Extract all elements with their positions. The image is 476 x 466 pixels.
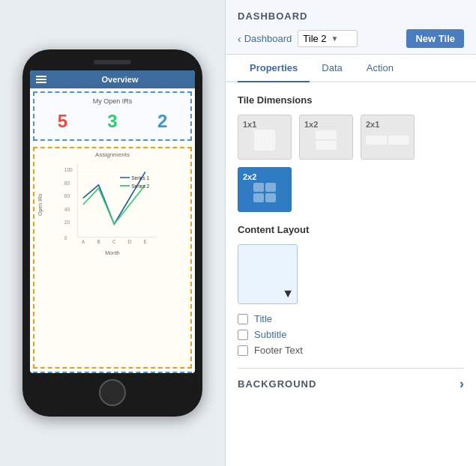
svg-text:40: 40 (64, 207, 70, 212)
dim-cell (265, 183, 276, 192)
dim-preview-1x2 (316, 130, 337, 150)
chart-title: Assignments (37, 151, 187, 158)
dim-label-2x1: 2x1 (366, 120, 379, 129)
checkbox-footer-input[interactable] (238, 345, 248, 356)
chart-svg: 0 20 40 60 80 100 (44, 160, 187, 249)
phone-home-button (99, 379, 126, 406)
dim-row (253, 183, 276, 192)
dashboard-nav: ‹ Dashboard Tile 2 ▼ New Tile (238, 29, 464, 48)
dim-row (253, 193, 276, 202)
phone-screen: Overview My Open IRs 5 3 2 Assignments O… (30, 70, 195, 373)
tile-bottom-border (33, 372, 192, 373)
dim-cell (366, 136, 387, 145)
svg-text:20: 20 (64, 220, 70, 225)
dim-cell (316, 130, 337, 139)
panel-content: Tile Dimensions 1x1 1x2 (226, 82, 476, 466)
dim-option-2x2[interactable]: 2x2 (238, 167, 292, 212)
phone-speaker (94, 60, 131, 64)
screen-title: Overview (51, 75, 189, 84)
checkbox-subtitle-input[interactable] (238, 330, 248, 340)
back-chevron-icon: ‹ (238, 33, 241, 45)
svg-text:D: D (128, 239, 132, 244)
number-red: 5 (58, 111, 67, 132)
svg-text:C: C (112, 239, 116, 244)
background-section[interactable]: BACKGROUND › (238, 368, 464, 392)
chart-x-axis-label: Month (37, 250, 187, 255)
dim-cell (316, 141, 337, 150)
tile-header: My Open IRs (37, 97, 187, 105)
chart-content: 0 20 40 60 80 100 (44, 160, 187, 249)
background-chevron-icon: › (460, 376, 464, 392)
hamburger-icon (36, 76, 46, 83)
content-layout-section: Content Layout ▼ Title Subtitle Footer T… (238, 224, 464, 356)
background-title: BACKGROUND (238, 378, 316, 390)
dim-preview-1x1 (254, 130, 275, 151)
numbers-tile: My Open IRs 5 3 2 (33, 91, 192, 141)
dimension-grid: 1x1 1x2 2x1 (238, 115, 464, 212)
tile-selector-value: Tile 2 (303, 33, 326, 44)
number-green: 3 (107, 111, 117, 132)
checkbox-subtitle-label: Subtitle (254, 329, 286, 340)
screen-header: Overview (30, 70, 195, 88)
dim-label-1x1: 1x1 (243, 120, 256, 129)
svg-text:E: E (144, 239, 148, 244)
dim-option-1x2[interactable]: 1x2 (299, 115, 353, 160)
phone-mockup: Overview My Open IRs 5 3 2 Assignments O… (22, 49, 202, 417)
layout-dropdown-arrow-icon: ▼ (282, 287, 294, 300)
back-button[interactable]: ‹ Dashboard (238, 33, 292, 45)
checkbox-footer-label: Footer Text (254, 345, 303, 356)
checkbox-footer[interactable]: Footer Text (238, 345, 464, 356)
layout-dropdown[interactable]: ▼ (238, 244, 298, 304)
checkbox-subtitle[interactable]: Subtitle (238, 329, 464, 340)
tile-selector[interactable]: Tile 2 ▼ (298, 30, 358, 47)
tab-action[interactable]: Action (355, 55, 406, 82)
dim-option-1x1[interactable]: 1x1 (238, 115, 292, 160)
dim-cell (265, 193, 276, 202)
tab-properties[interactable]: Properties (238, 55, 310, 82)
chart-area: Open IRs 0 20 40 (37, 160, 187, 249)
selector-arrow-icon: ▼ (331, 34, 339, 43)
chart-y-label: Open IRs (37, 160, 43, 249)
tile-dimensions-title: Tile Dimensions (238, 94, 464, 106)
phone-panel: Overview My Open IRs 5 3 2 Assignments O… (0, 0, 225, 466)
checkbox-title-input[interactable] (238, 314, 248, 324)
dim-preview-2x2 (253, 183, 276, 202)
dim-cells-1x2 (316, 130, 337, 150)
chart-tile: Assignments Open IRs 0 20 (33, 147, 192, 369)
dashboard-title: DASHBOARD (238, 10, 464, 22)
svg-text:Series 1: Series 1 (131, 175, 149, 181)
dim-cell (253, 193, 264, 202)
content-layout-title: Content Layout (238, 224, 464, 235)
dashboard-panel: DASHBOARD ‹ Dashboard Tile 2 ▼ New Tile … (225, 0, 476, 466)
dim-cell (388, 136, 409, 145)
dim-cell (254, 130, 275, 151)
dim-label-2x2: 2x2 (243, 172, 256, 181)
back-label: Dashboard (244, 33, 292, 44)
number-blue: 2 (157, 111, 167, 132)
tab-data[interactable]: Data (310, 55, 354, 82)
dim-preview-2x1 (366, 136, 409, 145)
checkbox-title-label: Title (254, 313, 272, 324)
svg-text:B: B (97, 239, 100, 244)
svg-text:100: 100 (64, 167, 73, 172)
dashboard-header: DASHBOARD ‹ Dashboard Tile 2 ▼ New Tile (226, 0, 476, 55)
dim-cells-2x2 (253, 183, 276, 202)
dim-cell (253, 183, 264, 192)
svg-text:80: 80 (64, 181, 70, 186)
tile-numbers: 5 3 2 (37, 108, 187, 135)
new-tile-button[interactable]: New Tile (406, 29, 464, 48)
svg-text:Series 2: Series 2 (131, 184, 149, 189)
svg-text:A: A (82, 239, 85, 244)
svg-text:0: 0 (64, 235, 67, 240)
dim-label-1x2: 1x2 (304, 120, 318, 129)
svg-text:60: 60 (64, 193, 70, 199)
dim-option-2x1[interactable]: 2x1 (361, 115, 415, 160)
tabs-bar: Properties Data Action (226, 55, 476, 82)
checkbox-group: Title Subtitle Footer Text (238, 313, 464, 356)
checkbox-title[interactable]: Title (238, 313, 464, 324)
